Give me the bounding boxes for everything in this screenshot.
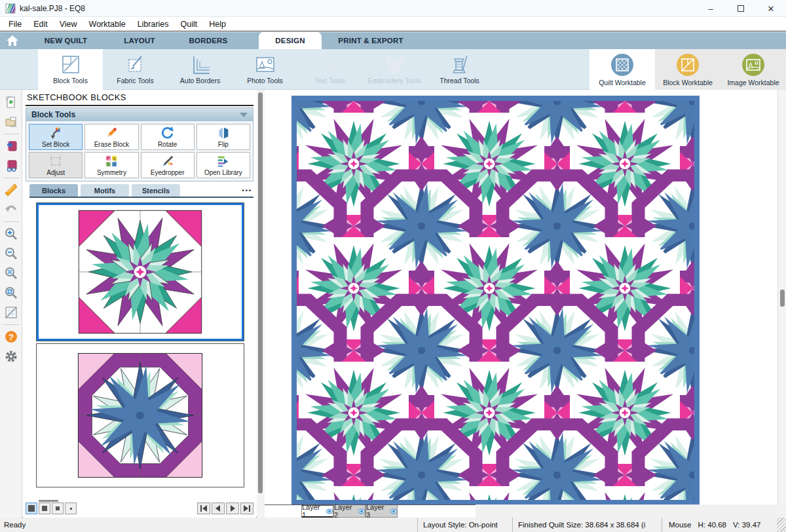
ribbon-auto-borders[interactable]: Auto Borders <box>168 49 233 90</box>
app-icon <box>5 3 16 14</box>
block-thumbnail-kaleidoscope-2[interactable] <box>36 343 244 487</box>
tab-new-quilt[interactable]: NEW QUILT <box>25 32 107 49</box>
tab-motifs[interactable]: Motifs <box>81 184 129 197</box>
menu-libraries[interactable]: Libraries <box>132 17 175 31</box>
last-block-button[interactable] <box>240 503 253 514</box>
quilt-design[interactable] <box>291 96 700 505</box>
tab-design[interactable]: DESIGN <box>259 32 322 49</box>
sidebar-title-rule <box>26 105 253 106</box>
add-to-sketchbook-button[interactable] <box>2 137 20 155</box>
previous-block-button[interactable] <box>212 503 225 514</box>
thumb-size-small-button[interactable] <box>52 503 64 514</box>
thumb-size-large-button[interactable] <box>26 503 37 514</box>
refresh-grid-icon <box>4 305 18 320</box>
new-project-button[interactable] <box>2 93 20 111</box>
tab-layout[interactable]: LAYOUT <box>107 32 172 49</box>
ribbon-block-tools[interactable]: Block Tools <box>38 49 103 90</box>
sidebar-scrollbar[interactable] <box>257 90 265 518</box>
ribbon-fabric-tools[interactable]: Fabric Tools <box>103 49 168 90</box>
tabs-overflow-button[interactable]: ••• <box>242 187 252 194</box>
menu-quilt[interactable]: Quilt <box>175 17 204 31</box>
tab-blocks[interactable]: Blocks <box>29 184 78 197</box>
set-block-button[interactable]: Set Block <box>29 124 83 150</box>
quilt-worktable-button[interactable]: Quilt Worktable <box>590 49 655 90</box>
block-tools-panel: Block Tools Set Block <box>26 107 253 181</box>
first-block-button[interactable] <box>197 503 210 514</box>
tab-print-export[interactable]: PRINT & EXPORT <box>322 32 420 49</box>
block-worktable-label: Block Worktable <box>663 79 713 86</box>
v-label: V: <box>733 521 739 529</box>
menu-worktable[interactable]: Worktable <box>83 17 132 31</box>
undo-button[interactable] <box>2 200 20 219</box>
block-tools-label: Block Tools <box>53 77 88 85</box>
maximize-button[interactable] <box>726 0 756 17</box>
erase-block-label: Erase Block <box>94 141 129 148</box>
block-nav-group <box>196 503 253 514</box>
svg-text:P: P <box>107 155 110 161</box>
block-worktable-button[interactable]: Block Worktable <box>655 49 720 90</box>
symmetry-button[interactable]: P q b d Symmetry <box>84 152 138 178</box>
block-tools-panel-header[interactable]: Block Tools <box>26 108 253 121</box>
eq8-window: kal-sale.PJ8 - EQ8 – ✕ File Edit View Wo… <box>0 0 786 532</box>
close-button[interactable]: ✕ <box>756 0 786 17</box>
ribbon-thread-tools[interactable]: Thread Tools <box>427 49 492 90</box>
layer-2-tab[interactable]: Layer 2 <box>333 505 365 518</box>
rail-separator <box>3 221 19 222</box>
ribbon: Block Tools Fabric Tools Auto Borders <box>0 49 786 90</box>
erase-block-button[interactable]: Erase Block <box>84 124 138 150</box>
image-worktable-button[interactable]: Image Worktable <box>720 49 786 90</box>
menu-view[interactable]: View <box>54 17 83 31</box>
flip-icon <box>216 126 231 140</box>
next-block-button[interactable] <box>226 503 239 514</box>
ruler-button[interactable] <box>2 181 20 199</box>
canvas-horizontal-scrollbar[interactable] <box>476 507 786 514</box>
resize-grip[interactable] <box>777 518 786 532</box>
menu-edit[interactable]: Edit <box>28 17 54 31</box>
layer-1-tab[interactable]: Layer 1 <box>301 505 333 518</box>
menu-help[interactable]: Help <box>203 17 232 31</box>
vertical-scroll-thumb[interactable] <box>780 290 785 307</box>
svg-text:?: ? <box>9 332 14 342</box>
zoom-region-button[interactable] <box>2 284 20 302</box>
home-tab[interactable] <box>0 32 25 49</box>
zoom-out-button[interactable] <box>2 244 20 263</box>
block-thumbnail-kaleidoscope-1[interactable] <box>36 202 244 341</box>
layer-1-eye-icon[interactable] <box>326 508 333 514</box>
canvas-vertical-scrollbar[interactable] <box>777 90 786 504</box>
new-project-icon <box>5 96 18 109</box>
minimize-button[interactable]: – <box>696 0 726 17</box>
symmetry-icon: P q b d <box>104 154 119 168</box>
layer-3-eye-icon[interactable] <box>390 508 397 514</box>
photo-tools-label: Photo Tools <box>247 77 283 85</box>
open-library-button[interactable]: Open Library <box>196 152 250 178</box>
set-block-icon <box>48 126 63 140</box>
ribbon-photo-tools[interactable]: Photo Tools <box>233 49 297 90</box>
settings-button[interactable] <box>2 347 20 366</box>
auto-borders-icon <box>190 55 211 75</box>
adjust-button[interactable]: Adjust <box>29 152 83 178</box>
help-button[interactable]: ? <box>2 328 20 346</box>
menu-file[interactable]: File <box>3 17 28 31</box>
zoom-in-button[interactable] <box>2 225 20 243</box>
open-project-button[interactable] <box>2 113 20 131</box>
tab-borders[interactable]: BORDERS <box>172 32 244 49</box>
tab-stencils[interactable]: Stencils <box>132 184 180 197</box>
layer-3-tab[interactable]: Layer 3 <box>365 505 398 518</box>
zoom-fit-button[interactable] <box>2 264 20 282</box>
sidebar: SKETCHBOOK BLOCKS Block Tools <box>23 90 256 518</box>
eyedropper-button[interactable]: Eyedropper <box>141 152 195 178</box>
block-worktable-icon <box>675 52 700 77</box>
sidebar-scrollbar-thumb[interactable] <box>258 92 263 493</box>
rotate-button[interactable]: Rotate <box>141 124 195 150</box>
h-value: 40.68 <box>707 521 726 529</box>
quilt-worktable-icon <box>610 52 635 77</box>
view-sketchbook-button[interactable] <box>2 157 20 175</box>
refresh-grid-button[interactable] <box>2 303 20 322</box>
flip-button[interactable]: Flip <box>196 124 250 150</box>
thumb-size-medium-button[interactable] <box>39 503 50 514</box>
embroidery-tools-label: Embroidery Tools <box>368 77 421 85</box>
svg-text:b: b <box>107 161 111 167</box>
thumb-size-tiny-button[interactable] <box>65 503 77 514</box>
layer-2-eye-icon[interactable] <box>358 508 365 514</box>
status-bar: Ready Layout Style: On-point Finished Qu… <box>0 518 786 532</box>
